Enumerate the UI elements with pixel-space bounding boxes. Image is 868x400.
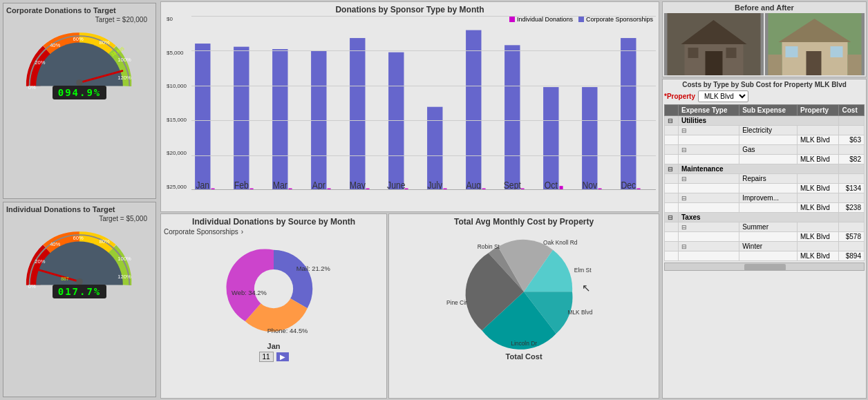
individual-donations-chart: Individual Donations by Source by Month … <box>160 213 387 399</box>
svg-rect-34 <box>466 30 481 190</box>
pie-chart-container: Mail: 21.2% Web: 34.2% Phone: 44.5% Jan … <box>164 237 384 400</box>
repairs-cost-value: $134 <box>839 184 865 193</box>
svg-text:60%: 60% <box>73 234 83 240</box>
svg-rect-38 <box>543 87 558 190</box>
nav-forward-button[interactable]: ▶ <box>276 352 289 361</box>
svg-text:Robin St: Robin St <box>478 243 500 250</box>
repairs-expand[interactable]: ⊟ <box>679 174 739 184</box>
donut-svg: Mail: 21.2% Web: 34.2% Phone: 44.5% <box>205 237 343 341</box>
property-selector: *Property MLK Blvd <box>664 91 865 102</box>
gas-expand-cell <box>665 145 679 155</box>
svg-text:July: July <box>427 180 442 190</box>
taxes-expand[interactable]: ⊟ <box>665 213 679 222</box>
svg-text:20%: 20% <box>35 258 45 265</box>
scrollbar-thumb[interactable] <box>744 264 786 271</box>
gas-property-value: MLK Blvd <box>798 155 839 164</box>
svg-text:20%: 20% <box>35 59 45 66</box>
summer-label: Summer <box>739 222 798 232</box>
winter-value-row: MLK Blvd $894 <box>665 251 865 261</box>
utilities-expand[interactable]: ⊟ <box>665 116 679 126</box>
svg-text:Apr: Apr <box>312 180 326 190</box>
gas-sub-row: ⊟ Gas <box>665 145 865 155</box>
corporate-gauge-svg: 0% 20% 40% 60% 80% 100% 120% 18,995 <box>17 23 142 93</box>
repairs-property-value: MLK Blvd <box>798 184 839 193</box>
svg-text:June: June <box>387 180 406 190</box>
elec-pad2 <box>679 135 739 145</box>
winter-property-value: MLK Blvd <box>798 251 839 261</box>
svg-text:Jan: Jan <box>196 180 209 190</box>
individual-gauge-svg: 0% 20% 40% 60% 80% 100% 120% 887 <box>17 222 142 292</box>
corporate-gauge-display: 094.9% <box>53 86 107 99</box>
improvements-sub-row: ⊟ Improvem... <box>665 193 865 203</box>
top-chart-title: Donations by Sponsor Type by Month <box>164 5 656 15</box>
before-after-title: Before and After <box>664 3 865 12</box>
improvements-cost-value: $238 <box>839 203 865 213</box>
svg-text:40%: 40% <box>50 241 60 247</box>
individual-gauge-section: Individual Donations to Target Target = … <box>3 202 156 398</box>
winter-sub-row: ⊟ Winter <box>665 242 865 251</box>
svg-point-56 <box>254 269 293 308</box>
imp-pad3 <box>739 203 798 213</box>
svg-rect-30 <box>388 53 404 190</box>
svg-rect-22 <box>234 47 249 190</box>
utilities-category-row: ⊟ Utilities <box>665 116 865 126</box>
svg-rect-42 <box>621 38 636 190</box>
th-sub-expense: Sub Expense <box>739 105 798 116</box>
gas-value-row: MLK Blvd $82 <box>665 155 865 164</box>
svg-rect-73 <box>668 13 761 75</box>
left-panel: Corporate Donations to Target Target = $… <box>0 0 159 400</box>
costs-title: Costs by Type by Sub Cost for Property M… <box>664 81 865 88</box>
svg-text:80%: 80% <box>100 39 110 46</box>
svg-rect-20 <box>195 44 210 190</box>
repairs-label: Repairs <box>739 174 798 184</box>
summer-expand[interactable]: ⊟ <box>679 222 739 232</box>
rep-pad2 <box>679 184 739 193</box>
th-expense-type-label: Expense Type <box>679 105 739 116</box>
improvements-label: Improvem... <box>739 193 798 203</box>
rep-pad1 <box>665 184 679 193</box>
property-select[interactable]: MLK Blvd <box>698 91 748 102</box>
pie-month-label: Jan <box>267 342 281 350</box>
improv-prop <box>798 193 839 203</box>
y-axis: $25,000 $20,000 $15,000 $10,000 $5,000 $… <box>167 16 187 190</box>
utilities-label: Utilities <box>679 116 839 126</box>
grid-area: Jan Feb Mar Apr May June July Aug Sept O… <box>191 16 656 190</box>
svg-text:120%: 120% <box>117 75 131 81</box>
costs-table: Expense Type Sub Expense Property Cost ⊟… <box>664 104 865 261</box>
maintenance-expand[interactable]: ⊟ <box>665 164 679 174</box>
electricity-label: Electricity <box>739 126 798 135</box>
electricity-value-row: MLK Blvd $63 <box>665 135 865 145</box>
svg-text:Elm St: Elm St <box>574 267 592 274</box>
svg-text:Sept: Sept <box>504 180 521 190</box>
electricity-expand[interactable]: ⊟ <box>679 126 739 135</box>
svg-text:Web: 34.2%: Web: 34.2% <box>232 289 267 296</box>
before-after-images <box>664 13 865 75</box>
svg-rect-77 <box>806 51 822 75</box>
sum-pad1 <box>665 232 679 242</box>
corporate-gauge-container: Target = $20,000 0% 20% <box>6 16 153 99</box>
sum-pad2 <box>679 232 739 242</box>
horizontal-scrollbar[interactable] <box>664 263 865 271</box>
svg-rect-36 <box>504 45 520 190</box>
bars-svg: Jan Feb Mar Apr May June July Aug Sept O… <box>191 16 656 190</box>
svg-text:60%: 60% <box>73 36 83 42</box>
electricity-cost-value: $63 <box>839 135 865 145</box>
svg-rect-32 <box>427 107 442 190</box>
gas-cost <box>839 145 865 155</box>
svg-text:0%: 0% <box>28 283 36 289</box>
repairs-value-row: MLK Blvd $134 <box>665 184 865 193</box>
chevron-right-icon: › <box>241 228 243 236</box>
winter-expand[interactable]: ⊟ <box>679 242 739 251</box>
svg-text:Feb: Feb <box>234 180 249 190</box>
svg-rect-78 <box>786 46 798 57</box>
improv-expand[interactable]: ⊟ <box>679 193 739 203</box>
svg-point-18 <box>76 278 83 285</box>
right-panel: Before and After <box>661 0 868 400</box>
win-pad2 <box>679 251 739 261</box>
repairs-expand-cell <box>665 174 679 184</box>
winter-expand-cell <box>665 242 679 251</box>
svg-text:80%: 80% <box>100 238 110 245</box>
gas-expand[interactable]: ⊟ <box>679 145 739 155</box>
top-chart: Donations by Sponsor Type by Month Indiv… <box>160 1 659 212</box>
taxes-label: Taxes <box>679 213 839 222</box>
